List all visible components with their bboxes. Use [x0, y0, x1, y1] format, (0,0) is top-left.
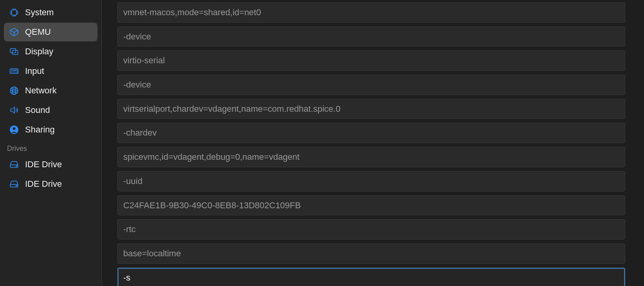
- svg-point-33: [16, 185, 17, 186]
- argument-field[interactable]: -chardev: [117, 123, 625, 143]
- svg-point-24: [16, 72, 17, 72]
- svg-point-19: [14, 70, 14, 70]
- user-icon: [9, 124, 20, 135]
- sidebar-item-system[interactable]: System: [4, 3, 97, 22]
- sidebar-item-qemu[interactable]: QEMU: [4, 23, 97, 41]
- sidebar-section-header: Drives: [4, 140, 97, 155]
- sidebar-item-label: Input: [25, 66, 44, 76]
- sidebar-item-sound[interactable]: Sound: [4, 101, 97, 120]
- sidebar: SystemQEMUDisplayInputNetworkSoundSharin…: [0, 0, 102, 286]
- argument-field[interactable]: -device: [117, 27, 625, 47]
- sidebar-item-sharing[interactable]: Sharing: [4, 120, 97, 139]
- sidebar-item-input[interactable]: Input: [4, 62, 97, 80]
- sidebar-item-label: System: [25, 7, 54, 18]
- drive-icon: [9, 179, 20, 189]
- argument-field[interactable]: -s: [117, 268, 625, 286]
- sidebar-item-network[interactable]: Network: [4, 81, 97, 100]
- sidebar-item-drive-1[interactable]: IDE Drive: [4, 175, 97, 193]
- sidebar-item-label: IDE Drive: [25, 179, 62, 189]
- svg-rect-14: [10, 48, 16, 53]
- argument-field[interactable]: -uuid: [117, 171, 625, 191]
- svg-rect-0: [12, 10, 17, 15]
- sidebar-item-label: QEMU: [25, 27, 51, 37]
- display-icon: [9, 46, 20, 57]
- svg-point-29: [13, 127, 16, 130]
- sidebar-item-drive-0[interactable]: IDE Drive: [4, 155, 97, 174]
- argument-field[interactable]: -rtc: [117, 219, 625, 240]
- globe-icon: [9, 85, 20, 96]
- argument-field[interactable]: virtserialport,chardev=vdagent,name=com.…: [117, 99, 625, 119]
- svg-point-20: [15, 70, 16, 70]
- svg-rect-16: [10, 69, 18, 73]
- cube-icon: [9, 27, 20, 38]
- drive-icon: [9, 159, 20, 170]
- sidebar-item-label: IDE Drive: [25, 159, 62, 170]
- sidebar-item-label: Sharing: [25, 125, 55, 135]
- svg-point-31: [16, 166, 17, 166]
- keyboard-icon: [9, 66, 20, 77]
- argument-field[interactable]: C24FAE1B-9B30-49C0-8EB8-13D802C109FB: [117, 195, 625, 216]
- sidebar-item-label: Display: [25, 46, 53, 57]
- svg-point-18: [13, 70, 13, 70]
- chip-icon: [9, 7, 20, 18]
- sidebar-item-display[interactable]: Display: [4, 42, 97, 61]
- argument-field[interactable]: vmnet-macos,mode=shared,id=net0: [117, 2, 625, 23]
- svg-point-22: [11, 72, 12, 72]
- argument-field[interactable]: virtio-serial: [117, 50, 625, 71]
- speaker-icon: [9, 105, 20, 116]
- argument-field[interactable]: base=localtime: [117, 243, 625, 264]
- sidebar-item-label: Network: [25, 86, 57, 96]
- svg-rect-15: [13, 50, 18, 55]
- argument-field[interactable]: spicevmc,id=vdagent,debug=0,name=vdagent: [117, 147, 625, 167]
- sidebar-item-label: Sound: [25, 105, 50, 115]
- svg-point-21: [16, 70, 17, 70]
- main-content: vmnet-macos,mode=shared,id=net0-devicevi…: [102, 0, 644, 286]
- svg-point-17: [11, 70, 12, 70]
- argument-field[interactable]: -device: [117, 75, 625, 95]
